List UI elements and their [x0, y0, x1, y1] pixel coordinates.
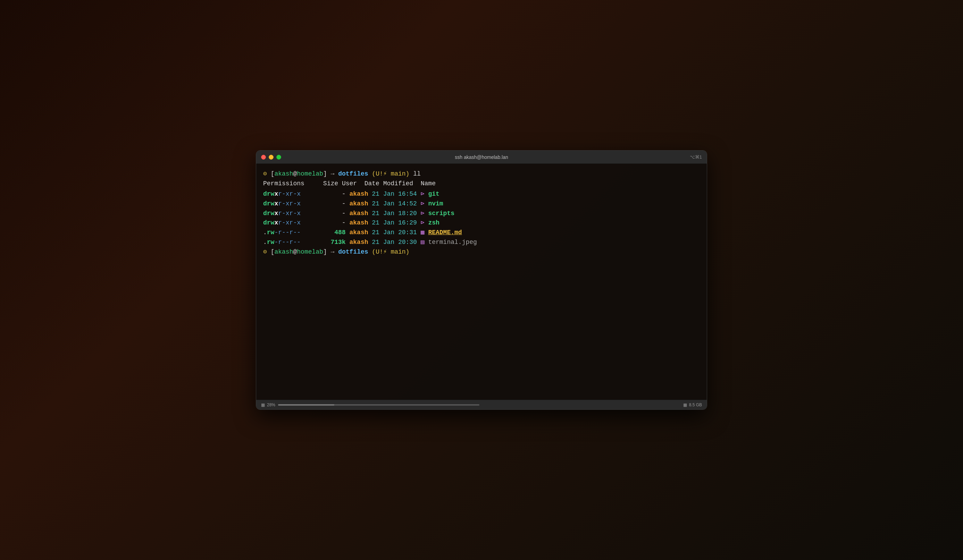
user-zsh: akash: [349, 218, 368, 228]
icon-readme: ▦: [417, 228, 428, 238]
terminal-body[interactable]: ⊙ [ akash @ homelab ] → dotfiles (U!⚡ ma…: [256, 164, 707, 400]
close-button[interactable]: [261, 155, 266, 160]
icon-git: ⊳: [417, 189, 428, 199]
user-readme: akash: [349, 228, 368, 238]
prompt-line-1: ⊙ [ akash @ homelab ] → dotfiles (U!⚡ ma…: [263, 169, 700, 179]
file-row-readme: .rw-r--r-- 488 akash 21 Jan 20:31 ▦ READ…: [263, 228, 700, 238]
titlebar: ssh akash@homelab.lan ⌥⌘1: [256, 151, 707, 164]
date-zsh: 21 Jan 16:29: [368, 218, 417, 228]
perm-d-nvim: drw: [263, 199, 274, 209]
window-title: ssh akash@homelab.lan: [455, 154, 508, 160]
name-jpeg: terminal.jpeg: [428, 238, 477, 248]
minimize-button[interactable]: [269, 155, 274, 160]
header-size-label: Size: [323, 179, 338, 189]
perm-rw-jpeg: rw: [267, 238, 275, 248]
status-left-value: 28%: [267, 403, 275, 407]
name-zsh: zsh: [428, 218, 439, 228]
file-row-nvim: drwxr-xr-x - akash 21 Jan 14:52 ⊳ nvim: [263, 199, 700, 209]
header-user: [338, 179, 342, 189]
statusbar-left: ▦ 28%: [261, 403, 275, 407]
perm-rw-readme: rw: [267, 228, 275, 238]
name-readme: README.md: [428, 228, 462, 238]
prompt-bracket-open-1: [: [271, 169, 275, 179]
file-row-scripts: drwxr-xr-x - akash 21 Jan 18:20 ⊳ script…: [263, 209, 700, 218]
prompt-arrow-2: →: [327, 248, 338, 257]
column-headers: Permissions Size User Date Modified Name: [263, 179, 700, 189]
prompt-symbol-2: ⊙: [263, 248, 271, 257]
size-nvim: -: [301, 199, 349, 209]
header-name-label: Name: [421, 179, 436, 189]
header-size: [305, 179, 323, 189]
prompt-arrow-1: →: [327, 169, 338, 179]
prompt-host-1: homelab: [297, 169, 323, 179]
status-left-icon: ▦: [261, 403, 265, 407]
perm-rest-jpeg: -r--r--: [274, 238, 301, 248]
header-permissions: Permissions: [263, 179, 305, 189]
perm-x-zsh: x: [274, 218, 278, 228]
icon-scripts: ⊳: [417, 209, 428, 218]
prompt-symbol-1: ⊙: [263, 169, 271, 179]
user-scripts: akash: [349, 209, 368, 218]
prompt-cmd-1: ll: [409, 169, 420, 179]
prompt-at-2: @: [293, 248, 297, 257]
prompt-space-1: [368, 169, 372, 179]
prompt-line-2: ⊙ [ akash @ homelab ] → dotfiles (U!⚡ ma…: [263, 248, 700, 257]
perm-d-zsh: drw: [263, 218, 274, 228]
perm-dot-jpeg: .: [263, 238, 267, 248]
user-nvim: akash: [349, 199, 368, 209]
header-date: [357, 179, 365, 189]
user-git: akash: [349, 189, 368, 199]
size-git: -: [301, 189, 349, 199]
size-zsh: -: [301, 218, 349, 228]
perm-rest-scripts: r-xr-x: [278, 209, 301, 218]
prompt-at-1: @: [293, 169, 297, 179]
file-row-jpeg: .rw-r--r-- 713k akash 21 Jan 20:30 ▤ ter…: [263, 238, 700, 248]
date-readme: 21 Jan 20:31: [368, 228, 417, 238]
size-scripts: -: [301, 209, 349, 218]
perm-d-scripts: drw: [263, 209, 274, 218]
size-jpeg: 713k: [301, 238, 349, 248]
prompt-bracket-close-1: ]: [323, 169, 327, 179]
traffic-lights: [261, 155, 281, 160]
name-scripts: scripts: [428, 209, 454, 218]
perm-x-scripts: x: [274, 209, 278, 218]
user-jpeg: akash: [349, 238, 368, 248]
icon-jpeg: ▤: [417, 238, 428, 248]
status-right-value: 8.5 GB: [689, 403, 702, 407]
perm-rest-zsh: r-xr-x: [278, 218, 301, 228]
maximize-button[interactable]: [276, 155, 281, 160]
date-scripts: 21 Jan 18:20: [368, 209, 417, 218]
perm-dot-readme: .: [263, 228, 267, 238]
icon-zsh: ⊳: [417, 218, 428, 228]
prompt-bracket-open-2: [: [271, 248, 275, 257]
file-row-git: drwxr-xr-x - akash 21 Jan 16:54 ⊳ git: [263, 189, 700, 199]
prompt-git-1: (U!⚡ main): [372, 169, 409, 179]
perm-d-git: drw: [263, 189, 274, 199]
statusbar: ▦ 28% ▦ 8.5 GB: [256, 400, 707, 409]
size-readme: 488: [301, 228, 349, 238]
perm-rest-git: r-xr-x: [278, 189, 301, 199]
name-git: git: [428, 189, 439, 199]
prompt-user-1: akash: [274, 169, 293, 179]
terminal-window: ssh akash@homelab.lan ⌥⌘1 ⊙ [ akash @ ho…: [256, 150, 707, 410]
prompt-space-2: [368, 248, 372, 257]
prompt-host-2: homelab: [297, 248, 323, 257]
date-nvim: 21 Jan 14:52: [368, 199, 417, 209]
desktop: ssh akash@homelab.lan ⌥⌘1 ⊙ [ akash @ ho…: [0, 0, 963, 560]
prompt-git-2: (U!⚡ main): [372, 248, 409, 257]
icon-nvim: ⊳: [417, 199, 428, 209]
window-shortcut: ⌥⌘1: [690, 154, 702, 160]
prompt-bracket-close-2: ]: [323, 248, 327, 257]
status-right-icon: ▦: [683, 403, 687, 407]
header-user-label: User: [342, 179, 357, 189]
prompt-user-2: akash: [274, 248, 293, 257]
header-date-label: Date Modified: [365, 179, 413, 189]
statusbar-right: ▦ 8.5 GB: [683, 403, 702, 407]
date-jpeg: 21 Jan 20:30: [368, 238, 417, 248]
prompt-dir-2: dotfiles: [338, 248, 368, 257]
status-bar-fill: [278, 404, 334, 406]
status-bar-track: [278, 404, 480, 406]
date-git: 21 Jan 16:54: [368, 189, 417, 199]
prompt-dir-1: dotfiles: [338, 169, 368, 179]
perm-rest-nvim: r-xr-x: [278, 199, 301, 209]
